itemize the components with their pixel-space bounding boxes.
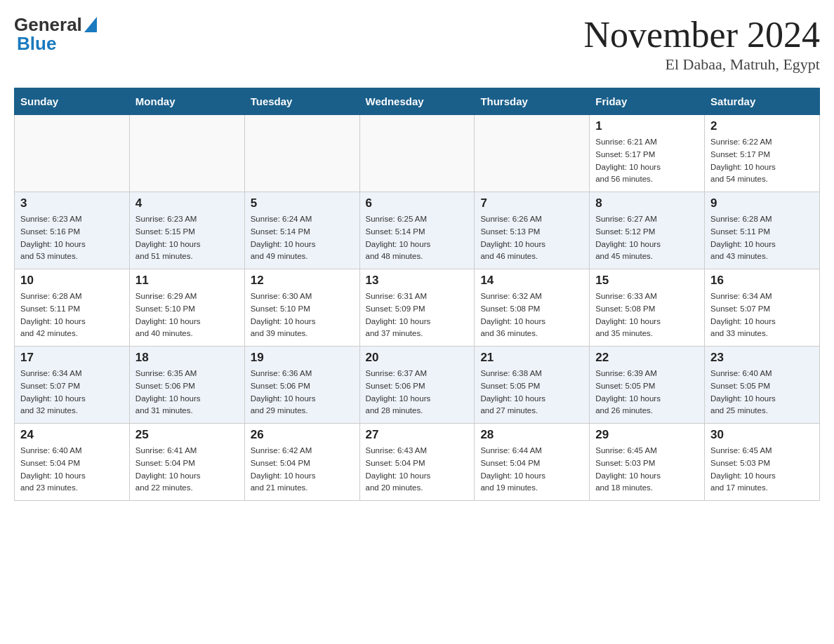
calendar-cell: 28Sunrise: 6:44 AM Sunset: 5:04 PM Dayli… <box>475 424 590 501</box>
day-number: 15 <box>595 274 699 288</box>
day-number: 7 <box>480 196 583 210</box>
day-number: 2 <box>710 119 814 133</box>
day-number: 30 <box>710 428 814 442</box>
day-info: Sunrise: 6:28 AM Sunset: 5:11 PM Dayligh… <box>20 290 124 340</box>
calendar-cell: 13Sunrise: 6:31 AM Sunset: 5:09 PM Dayli… <box>359 269 475 347</box>
day-info: Sunrise: 6:38 AM Sunset: 5:05 PM Dayligh… <box>480 368 583 417</box>
day-info: Sunrise: 6:26 AM Sunset: 5:13 PM Dayligh… <box>480 213 583 263</box>
day-info: Sunrise: 6:23 AM Sunset: 5:15 PM Dayligh… <box>135 213 239 263</box>
calendar-cell: 16Sunrise: 6:34 AM Sunset: 5:07 PM Dayli… <box>705 269 820 347</box>
day-info: Sunrise: 6:40 AM Sunset: 5:04 PM Dayligh… <box>20 445 124 495</box>
calendar-cell: 3Sunrise: 6:23 AM Sunset: 5:16 PM Daylig… <box>15 192 130 269</box>
day-info: Sunrise: 6:42 AM Sunset: 5:04 PM Dayligh… <box>251 445 354 495</box>
day-info: Sunrise: 6:34 AM Sunset: 5:07 PM Dayligh… <box>710 290 814 340</box>
day-info: Sunrise: 6:44 AM Sunset: 5:04 PM Dayligh… <box>480 445 583 495</box>
day-info: Sunrise: 6:45 AM Sunset: 5:03 PM Dayligh… <box>710 445 814 495</box>
calendar-cell: 25Sunrise: 6:41 AM Sunset: 5:04 PM Dayli… <box>129 424 244 501</box>
calendar-header-thursday: Thursday <box>475 88 590 115</box>
day-number: 26 <box>251 428 354 442</box>
calendar-cell: 6Sunrise: 6:25 AM Sunset: 5:14 PM Daylig… <box>359 192 475 269</box>
calendar-cell: 22Sunrise: 6:39 AM Sunset: 5:05 PM Dayli… <box>590 347 705 424</box>
calendar-cell: 9Sunrise: 6:28 AM Sunset: 5:11 PM Daylig… <box>705 192 820 269</box>
calendar-header-row: SundayMondayTuesdayWednesdayThursdayFrid… <box>15 88 820 115</box>
calendar-cell: 24Sunrise: 6:40 AM Sunset: 5:04 PM Dayli… <box>15 424 130 501</box>
calendar-cell: 20Sunrise: 6:37 AM Sunset: 5:06 PM Dayli… <box>359 347 475 424</box>
day-number: 4 <box>135 196 239 210</box>
calendar-cell: 21Sunrise: 6:38 AM Sunset: 5:05 PM Dayli… <box>475 347 590 424</box>
day-number: 13 <box>366 274 469 288</box>
calendar-week-row: 1Sunrise: 6:21 AM Sunset: 5:17 PM Daylig… <box>15 115 820 192</box>
calendar-header-wednesday: Wednesday <box>359 88 475 115</box>
calendar-cell: 15Sunrise: 6:33 AM Sunset: 5:08 PM Dayli… <box>590 269 705 347</box>
day-info: Sunrise: 6:28 AM Sunset: 5:11 PM Dayligh… <box>710 213 814 263</box>
calendar-cell: 17Sunrise: 6:34 AM Sunset: 5:07 PM Dayli… <box>15 347 130 424</box>
day-info: Sunrise: 6:27 AM Sunset: 5:12 PM Dayligh… <box>595 213 699 263</box>
day-info: Sunrise: 6:39 AM Sunset: 5:05 PM Dayligh… <box>595 368 699 417</box>
page-header: General Blue November 2024 El Dabaa, Mat… <box>14 14 820 74</box>
calendar-cell <box>475 115 590 192</box>
day-info: Sunrise: 6:24 AM Sunset: 5:14 PM Dayligh… <box>251 213 354 263</box>
calendar-cell: 7Sunrise: 6:26 AM Sunset: 5:13 PM Daylig… <box>475 192 590 269</box>
calendar-cell: 12Sunrise: 6:30 AM Sunset: 5:10 PM Dayli… <box>244 269 359 347</box>
logo: General Blue <box>14 14 97 55</box>
day-number: 5 <box>251 196 354 210</box>
calendar-cell: 19Sunrise: 6:36 AM Sunset: 5:06 PM Dayli… <box>244 347 359 424</box>
calendar-header-monday: Monday <box>129 88 244 115</box>
day-number: 21 <box>480 351 583 365</box>
day-number: 9 <box>710 196 814 210</box>
calendar-cell: 2Sunrise: 6:22 AM Sunset: 5:17 PM Daylig… <box>705 115 820 192</box>
day-number: 20 <box>366 351 469 365</box>
calendar-cell: 26Sunrise: 6:42 AM Sunset: 5:04 PM Dayli… <box>244 424 359 501</box>
calendar-week-row: 10Sunrise: 6:28 AM Sunset: 5:11 PM Dayli… <box>15 269 820 347</box>
day-number: 28 <box>480 428 583 442</box>
day-info: Sunrise: 6:23 AM Sunset: 5:16 PM Dayligh… <box>20 213 124 263</box>
calendar-cell: 27Sunrise: 6:43 AM Sunset: 5:04 PM Dayli… <box>359 424 475 501</box>
day-number: 27 <box>366 428 469 442</box>
day-info: Sunrise: 6:22 AM Sunset: 5:17 PM Dayligh… <box>710 136 814 186</box>
day-info: Sunrise: 6:33 AM Sunset: 5:08 PM Dayligh… <box>595 290 699 340</box>
calendar-cell: 18Sunrise: 6:35 AM Sunset: 5:06 PM Dayli… <box>129 347 244 424</box>
day-number: 19 <box>251 351 354 365</box>
day-number: 1 <box>595 119 699 133</box>
day-info: Sunrise: 6:37 AM Sunset: 5:06 PM Dayligh… <box>366 368 469 417</box>
day-info: Sunrise: 6:32 AM Sunset: 5:08 PM Dayligh… <box>480 290 583 340</box>
day-info: Sunrise: 6:43 AM Sunset: 5:04 PM Dayligh… <box>366 445 469 495</box>
day-number: 17 <box>20 351 124 365</box>
calendar-header-saturday: Saturday <box>705 88 820 115</box>
day-info: Sunrise: 6:34 AM Sunset: 5:07 PM Dayligh… <box>20 368 124 417</box>
calendar-cell <box>359 115 475 192</box>
calendar-cell <box>15 115 130 192</box>
day-number: 25 <box>135 428 239 442</box>
day-number: 24 <box>20 428 124 442</box>
calendar-cell: 23Sunrise: 6:40 AM Sunset: 5:05 PM Dayli… <box>705 347 820 424</box>
day-number: 16 <box>710 274 814 288</box>
calendar-week-row: 3Sunrise: 6:23 AM Sunset: 5:16 PM Daylig… <box>15 192 820 269</box>
calendar-cell: 1Sunrise: 6:21 AM Sunset: 5:17 PM Daylig… <box>590 115 705 192</box>
day-number: 12 <box>251 274 354 288</box>
day-info: Sunrise: 6:45 AM Sunset: 5:03 PM Dayligh… <box>595 445 699 495</box>
calendar-cell: 30Sunrise: 6:45 AM Sunset: 5:03 PM Dayli… <box>705 424 820 501</box>
day-number: 3 <box>20 196 124 210</box>
calendar-week-row: 24Sunrise: 6:40 AM Sunset: 5:04 PM Dayli… <box>15 424 820 501</box>
calendar-cell: 11Sunrise: 6:29 AM Sunset: 5:10 PM Dayli… <box>129 269 244 347</box>
day-number: 10 <box>20 274 124 288</box>
logo-blue-text: Blue <box>17 33 56 55</box>
day-info: Sunrise: 6:29 AM Sunset: 5:10 PM Dayligh… <box>135 290 239 340</box>
calendar-header-tuesday: Tuesday <box>244 88 359 115</box>
day-info: Sunrise: 6:40 AM Sunset: 5:05 PM Dayligh… <box>710 368 814 417</box>
calendar-cell: 29Sunrise: 6:45 AM Sunset: 5:03 PM Dayli… <box>590 424 705 501</box>
day-number: 6 <box>366 196 469 210</box>
month-title: November 2024 <box>584 14 820 55</box>
svg-marker-0 <box>84 17 97 32</box>
calendar-cell: 8Sunrise: 6:27 AM Sunset: 5:12 PM Daylig… <box>590 192 705 269</box>
calendar-header-sunday: Sunday <box>15 88 130 115</box>
day-info: Sunrise: 6:30 AM Sunset: 5:10 PM Dayligh… <box>251 290 354 340</box>
day-number: 18 <box>135 351 239 365</box>
calendar-header-friday: Friday <box>590 88 705 115</box>
title-section: November 2024 El Dabaa, Matruh, Egypt <box>584 14 820 74</box>
day-number: 29 <box>595 428 699 442</box>
day-number: 8 <box>595 196 699 210</box>
day-number: 22 <box>595 351 699 365</box>
calendar-cell <box>129 115 244 192</box>
calendar-week-row: 17Sunrise: 6:34 AM Sunset: 5:07 PM Dayli… <box>15 347 820 424</box>
